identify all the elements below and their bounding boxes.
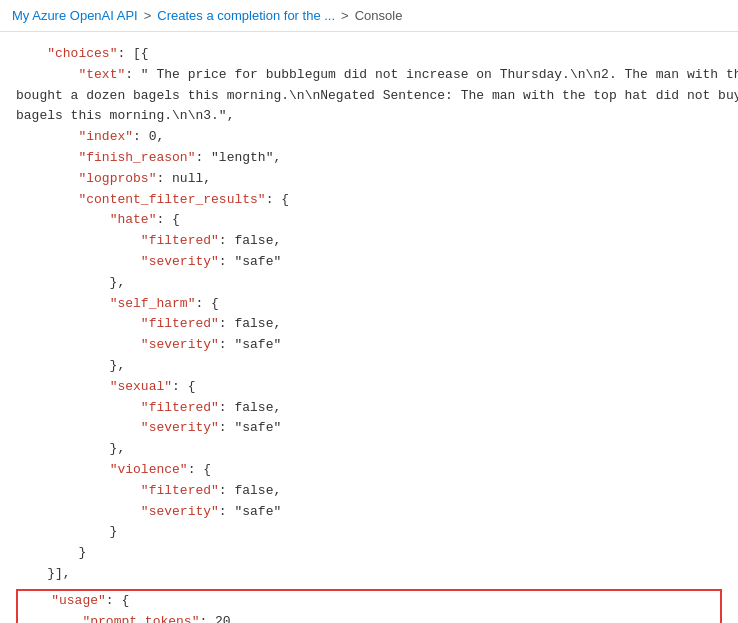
code-line: "text": " The price for bubblegum did no… bbox=[16, 65, 722, 86]
breadcrumb-part2[interactable]: Creates a completion for the ... bbox=[157, 8, 335, 23]
code-line: "choices": [{ bbox=[16, 44, 722, 65]
code-line: "filtered": false, bbox=[16, 314, 722, 335]
code-line: "violence": { bbox=[16, 460, 722, 481]
code-line: }, bbox=[16, 439, 722, 460]
breadcrumb-part3: Console bbox=[355, 8, 403, 23]
code-line: }, bbox=[16, 356, 722, 377]
code-line: }, bbox=[16, 273, 722, 294]
code-line: "content_filter_results": { bbox=[16, 190, 722, 211]
code-block: "choices": [{ "text": " The price for bu… bbox=[16, 44, 722, 623]
code-line: "finish_reason": "length", bbox=[16, 148, 722, 169]
code-line: "self_harm": { bbox=[16, 294, 722, 315]
code-line: "logprobs": null, bbox=[16, 169, 722, 190]
code-line: }], bbox=[16, 564, 722, 585]
code-line: "usage": { bbox=[20, 591, 720, 612]
code-line: "severity": "safe" bbox=[16, 335, 722, 356]
code-line: bagels this morning.\n\n3.", bbox=[16, 106, 722, 127]
code-line: "hate": { bbox=[16, 210, 722, 231]
code-line: "sexual": { bbox=[16, 377, 722, 398]
code-line: } bbox=[16, 522, 722, 543]
breadcrumb-bar: My Azure OpenAI API > Creates a completi… bbox=[0, 0, 738, 32]
breadcrumb-part1[interactable]: My Azure OpenAI API bbox=[12, 8, 138, 23]
code-area: "choices": [{ "text": " The price for bu… bbox=[0, 32, 738, 623]
code-line: "prompt_tokens": 20, bbox=[20, 612, 720, 623]
code-line: "severity": "safe" bbox=[16, 252, 722, 273]
code-line: bought a dozen bagels this morning.\n\nN… bbox=[16, 86, 722, 107]
code-line: "filtered": false, bbox=[16, 481, 722, 502]
code-line: "severity": "safe" bbox=[16, 502, 722, 523]
code-line: "filtered": false, bbox=[16, 398, 722, 419]
breadcrumb-sep2: > bbox=[341, 8, 349, 23]
code-line: "index": 0, bbox=[16, 127, 722, 148]
code-line: } bbox=[16, 543, 722, 564]
breadcrumb-sep1: > bbox=[144, 8, 152, 23]
code-line: "filtered": false, bbox=[16, 231, 722, 252]
code-line: "severity": "safe" bbox=[16, 418, 722, 439]
